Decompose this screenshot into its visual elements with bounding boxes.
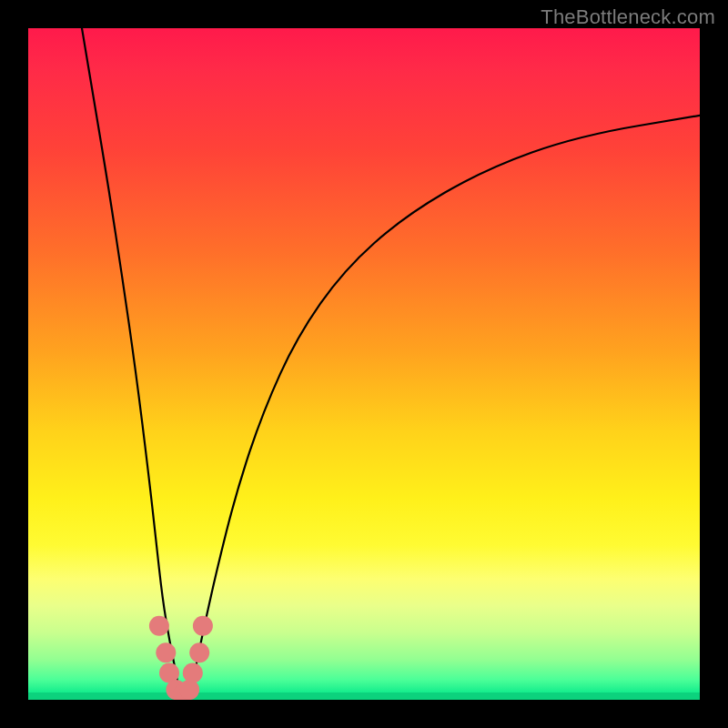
curve-left-branch xyxy=(82,28,179,693)
marker-dot xyxy=(183,663,203,683)
curve-right-branch xyxy=(189,116,700,693)
chart-svg xyxy=(28,28,700,700)
curve-group xyxy=(82,28,700,693)
marker-group xyxy=(149,616,213,700)
marker-dot xyxy=(193,616,213,636)
watermark-text: TheBottleneck.com xyxy=(541,5,715,29)
marker-dot xyxy=(149,616,169,636)
plot-area xyxy=(28,28,700,700)
marker-dot xyxy=(156,642,176,662)
outer-frame: TheBottleneck.com xyxy=(0,0,728,728)
marker-dot xyxy=(179,680,199,700)
marker-dot xyxy=(189,642,209,662)
